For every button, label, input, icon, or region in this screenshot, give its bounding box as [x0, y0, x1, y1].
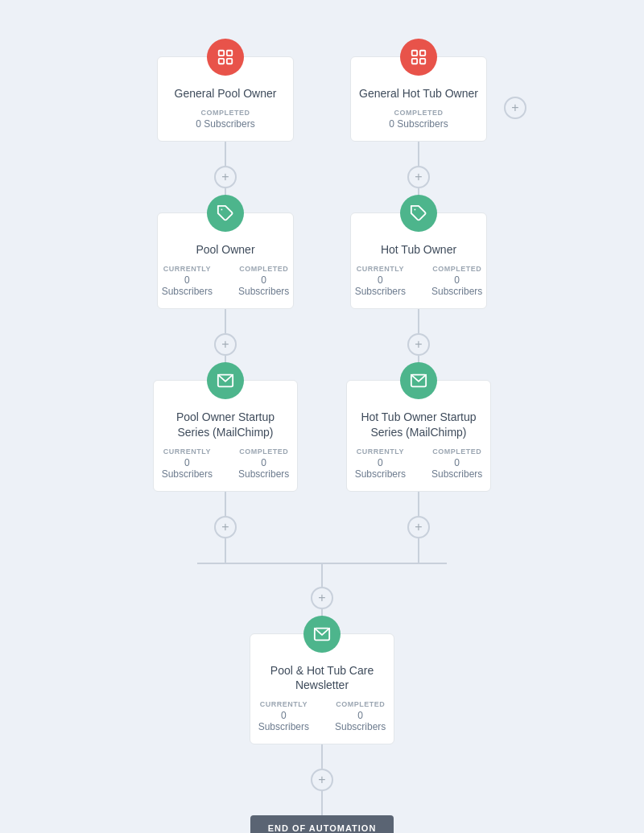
- plus-btn-merge[interactable]: +: [311, 587, 333, 609]
- v-line-3: [225, 309, 226, 333]
- merge-connector: [197, 563, 447, 587]
- external-plus[interactable]: +: [504, 97, 526, 119]
- newsletter-card[interactable]: Pool & Hot Tub Care Newsletter CURRENTLY…: [250, 633, 394, 744]
- v-line-12: [418, 538, 419, 563]
- flow-canvas: General Pool Owner COMPLETED 0 Subscribe…: [0, 0, 644, 833]
- svg-rect-3: [227, 59, 232, 64]
- plus-btn-4[interactable]: +: [407, 166, 430, 188]
- v-line-5: [225, 492, 226, 516]
- hot-tub-owner-card[interactable]: Hot Tub Owner CURRENTLY 0 Subscribers CO…: [350, 212, 487, 309]
- left-branch: General Pool Owner COMPLETED 0 Subscribe…: [153, 56, 298, 563]
- svg-rect-2: [219, 59, 224, 64]
- pool-owner-currently-stat: CURRENTLY 0 Subscribers: [162, 265, 213, 297]
- pool-startup-stats: CURRENTLY 0 Subscribers COMPLETED 0 Subs…: [162, 447, 289, 480]
- pool-startup-completed-stat: COMPLETED 0 Subscribers: [238, 447, 289, 480]
- pool-owner-completed-stat: COMPLETED 0 Subscribers: [238, 265, 289, 297]
- hot-tub-startup-stats: CURRENTLY 0 Subscribers COMPLETED 0 Subs…: [355, 447, 482, 480]
- hot-tub-startup-completed-stat: COMPLETED 0 Subscribers: [431, 447, 482, 480]
- hot-tub-owner-icon: [400, 195, 437, 232]
- newsletter-stats: CURRENTLY 0 Subscribers COMPLETED 0 Subs…: [258, 700, 386, 732]
- general-hot-tub-owner-completed-stat: COMPLETED 0 Subscribers: [389, 109, 448, 130]
- end-automation-button[interactable]: END OF AUTOMATION: [250, 815, 394, 833]
- general-pool-owner-stats: COMPLETED 0 Subscribers: [166, 109, 285, 130]
- general-pool-owner-card[interactable]: General Pool Owner COMPLETED 0 Subscribe…: [157, 56, 294, 142]
- newsletter-currently-stat: CURRENTLY 0 Subscribers: [258, 700, 309, 732]
- hot-tub-startup-icon: [400, 362, 437, 399]
- hot-tub-startup-currently-stat: CURRENTLY 0 Subscribers: [355, 447, 406, 480]
- v-line-9: [418, 309, 419, 333]
- v-line-1: [225, 142, 226, 166]
- newsletter-icon: [303, 616, 341, 653]
- v-line-6: [225, 538, 226, 563]
- pool-owner-icon: [207, 195, 244, 232]
- pool-owner-card[interactable]: Pool Owner CURRENTLY 0 Subscribers COMPL…: [157, 212, 294, 309]
- svg-rect-7: [420, 51, 425, 56]
- hot-tub-owner-completed-stat: COMPLETED 0 Subscribers: [431, 265, 482, 297]
- pool-startup-icon: [207, 362, 244, 399]
- hot-tub-owner-stats: CURRENTLY 0 Subscribers COMPLETED 0 Subs…: [359, 265, 478, 297]
- v-line-15: [321, 791, 323, 815]
- newsletter-title: Pool & Hot Tub Care Newsletter: [258, 663, 386, 692]
- hot-tub-startup-title: Hot Tub Owner Startup Series (MailChimp): [355, 410, 482, 439]
- pool-startup-currently-stat: CURRENTLY 0 Subscribers: [162, 447, 213, 480]
- pool-startup-title: Pool Owner Startup Series (MailChimp): [162, 410, 289, 439]
- general-pool-owner-completed-stat: COMPLETED 0 Subscribers: [196, 109, 254, 130]
- svg-rect-8: [412, 59, 417, 64]
- general-hot-tub-owner-stats: COMPLETED 0 Subscribers: [359, 109, 478, 130]
- newsletter-completed-stat: COMPLETED 0 Subscribers: [335, 700, 386, 732]
- v-line-14: [321, 744, 323, 769]
- hot-tub-startup-card[interactable]: Hot Tub Owner Startup Series (MailChimp)…: [346, 380, 491, 491]
- general-pool-owner-icon: [207, 39, 244, 76]
- general-pool-owner-title: General Pool Owner: [166, 86, 285, 101]
- svg-rect-1: [227, 51, 232, 56]
- plus-btn-1[interactable]: +: [214, 166, 237, 188]
- general-pool-owner-completed-label: COMPLETED: [196, 109, 254, 117]
- svg-rect-0: [219, 51, 224, 56]
- plus-btn-2[interactable]: +: [214, 333, 237, 356]
- pool-owner-title: Pool Owner: [166, 242, 285, 257]
- plus-btn-5[interactable]: +: [407, 333, 430, 356]
- general-hot-tub-owner-title: General Hot Tub Owner: [359, 86, 478, 101]
- svg-rect-9: [420, 59, 425, 64]
- v-line-11: [418, 492, 419, 516]
- pool-startup-card[interactable]: Pool Owner Startup Series (MailChimp) CU…: [153, 380, 298, 491]
- pool-owner-stats: CURRENTLY 0 Subscribers COMPLETED 0 Subs…: [166, 265, 285, 297]
- svg-rect-6: [412, 51, 417, 56]
- v-line-7: [418, 142, 419, 166]
- plus-btn-6[interactable]: +: [407, 516, 430, 538]
- general-hot-tub-owner-card[interactable]: General Hot Tub Owner COMPLETED 0 Subscr…: [350, 56, 487, 142]
- plus-btn-bottom[interactable]: +: [311, 769, 333, 791]
- right-branch: + General Hot Tub Owner COMPLETED 0 Subs…: [346, 56, 491, 563]
- plus-btn-3[interactable]: +: [214, 516, 237, 538]
- general-hot-tub-owner-icon: [400, 39, 437, 76]
- general-pool-owner-completed-value: 0 Subscribers: [196, 118, 254, 130]
- hot-tub-owner-currently-stat: CURRENTLY 0 Subscribers: [355, 265, 406, 297]
- hot-tub-owner-title: Hot Tub Owner: [359, 242, 478, 257]
